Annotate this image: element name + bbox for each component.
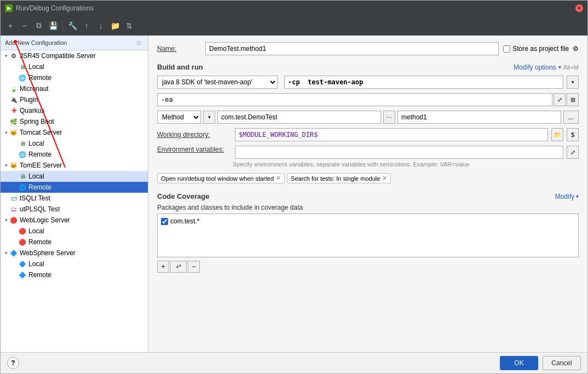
tomee-server-arrow[interactable] (3, 162, 9, 169)
tsqlt-icon: 🗃 (9, 194, 18, 203)
quarkus-icon: ✚ (9, 106, 18, 115)
working-dir-input[interactable] (235, 128, 548, 141)
env-vars-row: Environment variables: ⤢ (157, 146, 579, 159)
method-more-button[interactable]: ... (563, 111, 579, 124)
tree-item-websphere-server[interactable]: 🔷 WebSphere Server (1, 248, 148, 258)
modify-link[interactable]: Modify (555, 193, 574, 200)
quarkus-label: Quarkus (20, 107, 44, 114)
move-up-button[interactable]: ↑ (80, 19, 93, 32)
code-coverage-title: Code Coverage (157, 192, 209, 200)
tree-container: ⚙ JSR45 Compatible Server 🖥 Local 🌐 Remo… (1, 50, 148, 352)
ok-button[interactable]: OK (500, 356, 538, 370)
tree-item-spring-boot[interactable]: 🌿 Spring Boot (1, 116, 148, 127)
packages-label: Packages and classes to include in cover… (157, 204, 579, 211)
package-remove-button[interactable]: − (188, 261, 200, 273)
weblogic-server-arrow[interactable] (3, 217, 9, 223)
tree-item-plugin[interactable]: 🔌 Plugin (1, 94, 148, 105)
websphere-local-label: Local (28, 260, 44, 268)
tomee-remote-icon: 🌐 (18, 183, 27, 192)
tree-item-tomcat-local[interactable]: 🖥 Local (1, 138, 148, 149)
method-dropdown-button[interactable]: ▾ (203, 111, 215, 124)
move-down-button[interactable]: ↓ (94, 19, 107, 32)
cancel-button[interactable]: Cancel (543, 356, 581, 370)
websphere-remote-label: Remote (28, 271, 51, 279)
store-project-file-gear-icon[interactable]: ⚙ (573, 45, 579, 53)
tag-search-tests-close-icon[interactable]: ✕ (382, 175, 387, 182)
packages-toolbar: + +* − (157, 261, 579, 273)
sdk-select[interactable]: java 8 SDK of 'test-maven-aop' (157, 76, 278, 89)
add-config-button[interactable]: + (4, 19, 17, 32)
close-button[interactable]: ✕ (575, 4, 583, 12)
vm-options-row: ⤢ ⊞ (157, 93, 579, 106)
store-project-file-checkbox[interactable] (503, 45, 510, 53)
package-add-button[interactable]: + (157, 261, 169, 273)
method-type-select[interactable]: Method (157, 111, 201, 124)
folder-button[interactable]: 📁 (108, 19, 122, 32)
working-dir-variable-button[interactable]: $ (567, 128, 579, 141)
plugin-label: Plugin (20, 96, 38, 103)
tree-item-weblogic-remote[interactable]: 🔴 Remote (1, 237, 148, 248)
tree-item-tomcat-remote[interactable]: 🌐 Remote (1, 149, 148, 160)
tree-item-tomee-local[interactable]: 🖥 Local (1, 171, 148, 182)
modify-chevron-icon: ▾ (576, 193, 579, 199)
tree-item-tomee-server[interactable]: 🐱 TomEE Server (1, 160, 148, 171)
settings-button[interactable]: 🔧 (66, 19, 79, 32)
method-name-input[interactable] (397, 111, 561, 124)
modify-options-link[interactable]: Modify options (514, 64, 556, 71)
wrench-icon: 🔧 (68, 21, 77, 30)
package-checkbox[interactable] (161, 218, 168, 225)
toolbar-separator-1 (62, 20, 63, 31)
code-coverage-section: Code Coverage Modify ▾ Packages and clas… (157, 192, 579, 273)
tree-item-websphere-local[interactable]: 🔷 Local (1, 258, 148, 269)
spring-boot-icon: 🌿 (9, 117, 18, 126)
tree-item-micronaut[interactable]: 🍃 Micronaut (1, 83, 148, 94)
tree-item-weblogic-server[interactable]: 🔴 WebLogic Server (1, 215, 148, 226)
class-browse-button[interactable]: ⋯ (383, 111, 395, 124)
remove-config-button[interactable]: − (18, 19, 31, 32)
package-add-icon: + (161, 263, 165, 271)
weblogic-remote-icon: 🔴 (18, 238, 27, 246)
tree-item-jsras-remote[interactable]: 🌐 Remote (1, 72, 148, 83)
jsras-local-icon: 🖥 (18, 62, 27, 71)
tree-item-weblogic-local[interactable]: 🔴 Local (1, 226, 148, 237)
tree-item-tomee-remote[interactable]: 🌐 Remote (1, 182, 148, 193)
copy-config-button[interactable]: ⧉ (32, 19, 45, 32)
sort-button[interactable]: ⇅ (123, 19, 136, 32)
pin-button[interactable]: ⊞ (134, 38, 143, 48)
tree-item-websphere-remote[interactable]: 🔷 Remote (1, 269, 148, 280)
vm-expand-button[interactable]: ⤢ (554, 93, 566, 106)
build-run-title: Build and run (157, 63, 203, 71)
package-add-pattern-button[interactable]: +* (170, 261, 187, 273)
env-vars-input[interactable] (235, 146, 563, 159)
tomcat-server-arrow[interactable] (3, 129, 9, 136)
tree-item-quarkus[interactable]: ✚ Quarkus (1, 105, 148, 116)
left-panel: Add New Configuration ⊞ ⚙ JSR45 Compatib… (1, 36, 148, 352)
vm-fullscreen-button[interactable]: ⊞ (567, 93, 579, 106)
env-vars-expand-button[interactable]: ⤢ (567, 146, 579, 159)
cp-dropdown-button[interactable]: ▾ (567, 76, 579, 89)
utplsql-label: utPLSQL Test (20, 205, 60, 213)
working-dir-row: Working directory: 📁 $ (157, 128, 579, 141)
websphere-server-icon: 🔷 (9, 249, 18, 257)
package-item: com.test.* (161, 217, 575, 225)
name-input[interactable] (205, 42, 499, 55)
save-config-button[interactable]: 💾 (47, 19, 60, 32)
working-dir-browse-button[interactable]: 📁 (551, 128, 563, 141)
tree-item-utplsql[interactable]: 🗂 utPLSQL Test (1, 204, 148, 215)
websphere-server-arrow[interactable] (3, 250, 9, 256)
tree-item-jsras-local[interactable]: 🖥 Local (1, 61, 148, 72)
class-name-input[interactable] (217, 111, 381, 124)
package-add-pattern-icon: +* (176, 264, 181, 270)
tree-item-tomcat-server[interactable]: 🐱 Tomcat Server (1, 127, 148, 138)
tag-open-window-close-icon[interactable]: ✕ (276, 175, 281, 182)
jsras-server-arrow[interactable] (3, 53, 9, 59)
jsras-remote-icon: 🌐 (18, 73, 27, 82)
help-button[interactable]: ? (7, 357, 19, 369)
tomee-server-label: TomEE Server (20, 162, 62, 169)
packages-box: com.test.* (157, 214, 579, 257)
vm-options-input[interactable] (157, 93, 552, 106)
tree-item-tsqlt[interactable]: 🗃 tSQLt Test (1, 193, 148, 204)
cp-field[interactable] (284, 76, 563, 89)
jsras-remote-label: Remote (28, 74, 51, 82)
tree-item-jsras-server[interactable]: ⚙ JSR45 Compatible Server (1, 50, 148, 61)
